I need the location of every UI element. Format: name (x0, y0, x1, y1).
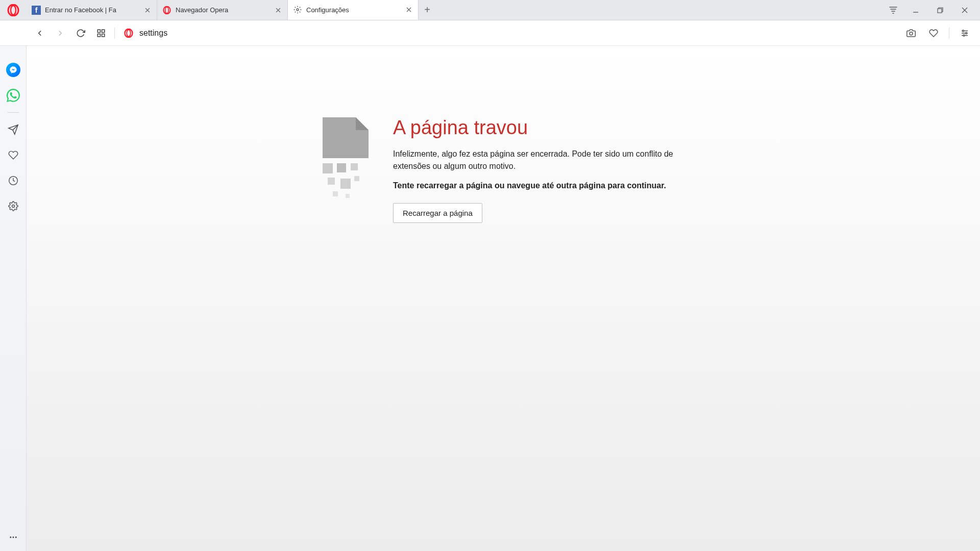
new-tab-button[interactable]: + (419, 0, 436, 20)
page-content: A página travou Infelizmente, algo fez e… (27, 46, 980, 551)
forward-button[interactable] (50, 23, 70, 43)
svg-rect-5 (938, 9, 942, 13)
svg-rect-26 (351, 163, 358, 170)
svg-point-22 (12, 537, 14, 538)
svg-rect-24 (323, 163, 333, 173)
send-icon[interactable] (6, 122, 21, 137)
tab-title: Configurações (306, 6, 405, 14)
svg-point-4 (297, 9, 299, 11)
svg-rect-28 (340, 179, 351, 189)
heart-icon[interactable] (6, 147, 21, 163)
svg-rect-27 (328, 178, 335, 185)
tab-facebook[interactable]: f Entrar no Facebook | Fa (27, 0, 157, 20)
close-icon[interactable] (143, 6, 152, 14)
svg-point-11 (127, 30, 131, 37)
svg-point-1 (11, 6, 16, 15)
maximize-button[interactable] (928, 0, 952, 20)
svg-rect-9 (102, 34, 105, 36)
snapshot-button[interactable] (901, 23, 921, 43)
svg-point-16 (963, 30, 964, 32)
svg-rect-8 (97, 34, 100, 36)
window-controls (883, 0, 980, 20)
close-icon[interactable] (405, 6, 413, 14)
messenger-icon[interactable] (6, 62, 21, 78)
minimize-button[interactable] (903, 0, 928, 20)
bookmark-button[interactable] (923, 23, 944, 43)
opera-logo-icon (7, 4, 19, 16)
close-window-button[interactable] (952, 0, 977, 20)
whatsapp-icon[interactable] (6, 88, 21, 103)
close-icon[interactable] (274, 6, 282, 14)
tab-title: Navegador Opera (176, 6, 274, 14)
svg-rect-29 (354, 176, 359, 181)
opera-menu-button[interactable] (0, 0, 27, 20)
tab-settings[interactable]: Configurações (288, 0, 419, 20)
svg-rect-30 (333, 191, 338, 196)
svg-point-10 (125, 29, 133, 37)
tab-menu-button[interactable] (883, 0, 903, 20)
back-button[interactable] (30, 23, 50, 43)
settings-icon[interactable] (6, 198, 21, 214)
tab-opera[interactable]: Navegador Opera (157, 0, 288, 20)
sidebar (0, 46, 27, 551)
error-description: Infelizmente, algo fez esta página ser e… (393, 148, 690, 172)
speed-dial-button[interactable] (91, 23, 111, 43)
svg-point-21 (10, 537, 11, 538)
error-message-block: A página travou Infelizmente, algo fez e… (323, 117, 690, 223)
svg-rect-25 (337, 163, 346, 172)
gear-icon (293, 5, 302, 14)
reload-page-button[interactable]: Recarregar a página (393, 203, 482, 223)
nav-bar (0, 20, 980, 46)
error-instruction: Tente recarregar a página ou navegue até… (393, 180, 690, 192)
easy-setup-button[interactable] (954, 23, 975, 43)
svg-point-0 (8, 5, 18, 16)
opera-icon (162, 6, 172, 15)
error-title: A página travou (393, 117, 690, 139)
svg-point-2 (163, 6, 170, 14)
address-bar[interactable] (139, 26, 901, 41)
sidebar-more-button[interactable] (9, 533, 18, 544)
svg-point-23 (15, 537, 16, 538)
svg-rect-31 (346, 194, 350, 198)
svg-point-12 (910, 32, 913, 35)
history-icon[interactable] (6, 173, 21, 188)
facebook-icon: f (32, 6, 41, 15)
tab-title: Entrar no Facebook | Fa (45, 6, 143, 14)
tabs-container: f Entrar no Facebook | Fa Navegador Oper… (27, 0, 419, 20)
svg-point-3 (165, 7, 169, 13)
svg-point-17 (966, 32, 967, 34)
tab-bar: f Entrar no Facebook | Fa Navegador Oper… (0, 0, 980, 20)
crashed-page-icon (323, 117, 369, 199)
svg-rect-6 (97, 30, 100, 32)
reload-button[interactable] (70, 23, 91, 43)
svg-point-18 (963, 35, 965, 36)
svg-rect-7 (102, 30, 105, 32)
site-identity-icon[interactable] (123, 28, 134, 39)
svg-point-20 (12, 205, 14, 208)
